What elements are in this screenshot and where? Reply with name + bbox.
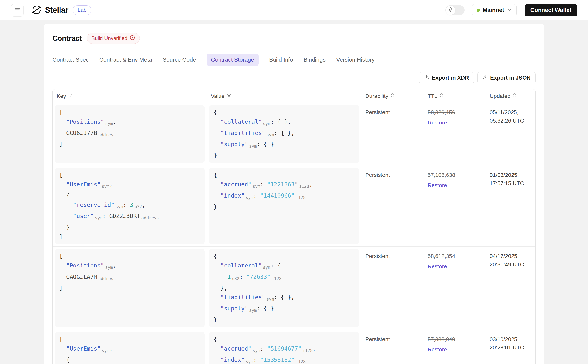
code-token: "index" [221, 357, 245, 363]
code-token: sym [263, 265, 270, 270]
sort-icon[interactable] [439, 93, 443, 99]
theme-knob [446, 6, 455, 15]
code-token: "72633" [246, 273, 270, 280]
tab-version-history[interactable]: Version History [336, 54, 375, 66]
ttl-cell: 58,612,354Restore [424, 247, 486, 330]
code-token: "accrued" [221, 345, 251, 352]
code-line: ] [59, 283, 200, 293]
lab-badge: Lab [73, 5, 91, 15]
code-token: "user" [73, 213, 94, 219]
code-token: "UserEmis" [66, 181, 101, 188]
code-line: { [214, 171, 355, 180]
tab-bindings[interactable]: Bindings [304, 54, 326, 66]
network-label: Mainnet [483, 7, 504, 13]
code-token: , [142, 202, 145, 208]
code-token [59, 273, 66, 280]
code-token [214, 357, 221, 363]
code-token: sym [246, 359, 253, 364]
code-token: } [214, 203, 217, 210]
code-token [214, 273, 227, 280]
code-line: { [59, 191, 200, 200]
address-link[interactable]: GDZ2…3DRT [109, 213, 140, 219]
code-line: "UserEmis"sym, [59, 180, 200, 191]
download-icon [482, 74, 488, 81]
table-row: [ "UserEmis"sym, { "reserve_id"sym: 3u32… [53, 330, 535, 364]
code-token: : { } [257, 305, 274, 312]
code-token: { [214, 109, 217, 116]
updated-line: 03/10/2025, [490, 335, 531, 344]
network-select[interactable]: Mainnet [472, 4, 517, 16]
code-token: "UserEmis" [66, 345, 101, 352]
updated-line: 05/11/2025, [490, 108, 531, 117]
code-token [59, 181, 66, 188]
updated-line: 20:31:49 UTC [490, 260, 531, 269]
menu-button[interactable] [11, 4, 24, 17]
code-token: , [113, 118, 116, 125]
stellar-logo-icon [32, 5, 42, 16]
code-token: : [253, 357, 260, 363]
code-token [214, 345, 221, 352]
code-token: { [214, 172, 217, 178]
restore-link[interactable]: Restore [428, 262, 482, 271]
code-token: "15358182" [260, 357, 294, 363]
build-unverified-badge[interactable]: Build Unverified [87, 33, 140, 44]
code-line: "collateral"sym: { [214, 261, 355, 272]
restore-link[interactable]: Restore [428, 119, 482, 127]
filter-icon[interactable] [68, 93, 73, 99]
code-token [214, 181, 221, 188]
code-token: sym [116, 204, 123, 209]
connect-wallet-button[interactable]: Connect Wallet [524, 4, 577, 16]
theme-toggle[interactable] [445, 5, 465, 15]
tab-contract-spec[interactable]: Contract Spec [52, 54, 89, 66]
filter-icon[interactable] [227, 93, 231, 99]
column-header-key[interactable]: Key [53, 89, 207, 103]
code-line: "user"sym: GDZ2…3DRTaddress [59, 212, 200, 223]
column-header-updated[interactable]: Updated [486, 89, 535, 103]
code-token: "supply" [221, 305, 248, 312]
updated-cell: 05/11/2025,05:32:26 UTC [486, 103, 535, 165]
tab-build-info[interactable]: Build Info [269, 54, 293, 66]
code-token: "supply" [221, 141, 248, 148]
export-xdr-button[interactable]: Export in XDR [419, 72, 474, 83]
code-token [214, 118, 221, 125]
tab-contract-storage[interactable]: Contract Storage [207, 54, 259, 66]
code-token: i128 [272, 276, 281, 281]
sort-icon[interactable] [513, 93, 516, 99]
code-token: : [123, 202, 130, 208]
table-row: [ "UserEmis"sym, { "reserve_id"sym: 3u32… [53, 165, 535, 247]
address-link[interactable]: GAOG…LA7M [66, 273, 97, 280]
code-token: "51694677" [267, 345, 301, 352]
code-line: } [59, 223, 200, 232]
code-line: [ [59, 335, 200, 344]
tab-contract-env-meta[interactable]: Contract & Env Meta [99, 54, 152, 66]
column-header-value[interactable]: Value [207, 89, 361, 103]
code-token [59, 202, 73, 208]
address-link[interactable]: GCU6…J77B [66, 130, 97, 136]
code-token: sym [246, 195, 253, 200]
code-token: } [59, 224, 70, 231]
code-token: : { [270, 262, 281, 269]
page-title: Contract [52, 34, 82, 43]
export-json-button[interactable]: Export in JSON [477, 72, 536, 83]
restore-link[interactable]: Restore [428, 345, 482, 354]
sort-icon[interactable] [390, 93, 394, 99]
code-line: 1u32: "72633"i128 [214, 272, 355, 283]
export-xdr-label: Export in XDR [432, 75, 469, 81]
code-line: { [214, 252, 355, 261]
code-token: sym [105, 121, 113, 126]
updated-cell: 03/10/2025,20:28:01 UTC [486, 330, 535, 364]
restore-link[interactable]: Restore [428, 181, 482, 189]
code-line: "reserve_id"sym: 3u32, [59, 200, 200, 212]
code-token: 3 [130, 202, 133, 208]
code-token: } [214, 316, 217, 323]
tab-source-code[interactable]: Source Code [163, 54, 196, 66]
code-token: : { }, [270, 118, 291, 125]
table-row: [ "Positions"sym, GCU6…J77Baddress]{ "co… [53, 103, 535, 165]
column-header-durability[interactable]: Durability [361, 89, 424, 103]
code-token: sym [249, 144, 257, 149]
brand[interactable]: Stellar Lab [32, 5, 91, 16]
code-token: "liabilities" [221, 130, 265, 136]
code-token [214, 294, 221, 301]
code-token: , [113, 262, 116, 269]
column-header-ttl[interactable]: TTL [424, 89, 486, 103]
